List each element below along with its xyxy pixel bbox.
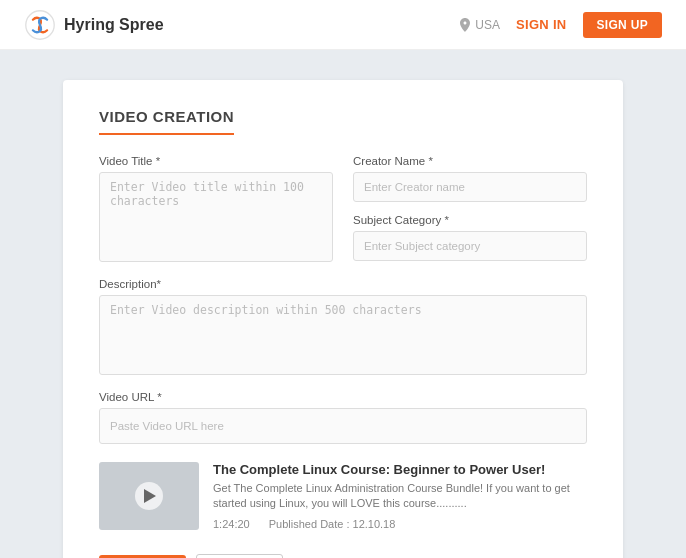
logo-text: Hyring Spree — [64, 16, 164, 34]
form-top-row: Video Title * Creator Name * Subject Cat… — [99, 155, 587, 262]
form-actions: CREATE CANCEL — [99, 554, 587, 558]
video-duration: 1:24:20 — [213, 518, 250, 530]
cancel-button[interactable]: CANCEL — [196, 554, 283, 558]
creator-name-input[interactable] — [353, 172, 587, 202]
creator-name-group: Creator Name * — [353, 155, 587, 204]
logo-area: Hyring Spree — [24, 9, 164, 41]
location-area: USA — [459, 18, 500, 32]
video-preview-title: The Complete Linux Course: Beginner to P… — [213, 462, 587, 477]
header-right: USA SIGN IN SIGN UP — [459, 12, 662, 38]
video-title-group: Video Title * — [99, 155, 333, 262]
play-button[interactable] — [135, 482, 163, 510]
form-title: VIDEO CREATION — [99, 108, 234, 135]
video-url-row: Video URL * — [99, 391, 587, 444]
video-preview: The Complete Linux Course: Beginner to P… — [99, 462, 587, 530]
video-url-input[interactable] — [99, 408, 587, 444]
video-title-input[interactable] — [99, 172, 333, 262]
sign-up-button[interactable]: SIGN UP — [583, 12, 662, 38]
video-url-label: Video URL * — [99, 391, 587, 403]
video-preview-description: Get The Complete Linux Administration Co… — [213, 481, 587, 512]
subject-category-label: Subject Category * — [353, 214, 587, 226]
play-icon — [144, 489, 156, 503]
location-icon — [459, 18, 471, 32]
creator-subject-group: Creator Name * Subject Category * — [353, 155, 587, 262]
video-published: Published Date : 12.10.18 — [269, 518, 396, 530]
description-label: Description* — [99, 278, 587, 290]
page-content: VIDEO CREATION Video Title * Creator Nam… — [0, 50, 686, 558]
location-text: USA — [475, 18, 500, 32]
subject-category-input[interactable] — [353, 231, 587, 261]
logo-icon — [24, 9, 56, 41]
video-meta: 1:24:20 Published Date : 12.10.18 — [213, 518, 587, 530]
form-card: VIDEO CREATION Video Title * Creator Nam… — [63, 80, 623, 558]
description-group: Description* — [99, 278, 587, 375]
video-url-group: Video URL * — [99, 391, 587, 444]
sign-in-button[interactable]: SIGN IN — [516, 17, 567, 32]
video-title-label: Video Title * — [99, 155, 333, 167]
creator-name-label: Creator Name * — [353, 155, 587, 167]
header: Hyring Spree USA SIGN IN SIGN UP — [0, 0, 686, 50]
video-info: The Complete Linux Course: Beginner to P… — [213, 462, 587, 530]
description-row: Description* — [99, 278, 587, 375]
description-input[interactable] — [99, 295, 587, 375]
subject-category-group: Subject Category * — [353, 214, 587, 263]
video-thumbnail — [99, 462, 199, 530]
